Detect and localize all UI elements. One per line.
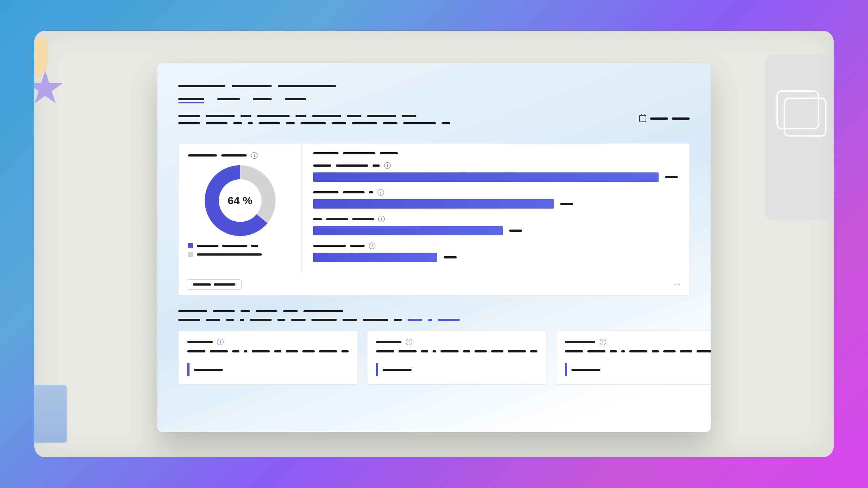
- card-value: [194, 369, 223, 371]
- analytics-window: i 64 %: [157, 63, 711, 432]
- card-title: [565, 341, 595, 343]
- panel-footer: ⋯: [178, 274, 690, 296]
- bar-fill: [313, 172, 659, 182]
- date-text: [672, 117, 690, 120]
- legend-label: [197, 253, 262, 256]
- bar-fill: [313, 253, 437, 262]
- info-icon[interactable]: i: [378, 189, 384, 196]
- side-widget: [765, 54, 834, 221]
- metric-card[interactable]: i: [367, 330, 546, 385]
- donut-title: [221, 154, 247, 157]
- bar-fill: [313, 226, 503, 235]
- tab-bar: [178, 98, 690, 103]
- accent-bar: [565, 363, 567, 376]
- bar-value: [509, 230, 522, 232]
- info-icon[interactable]: i: [378, 216, 385, 222]
- breadcrumb-item[interactable]: [178, 85, 225, 87]
- card-title: [376, 341, 401, 343]
- tab-active-indicator: [178, 102, 204, 103]
- breadcrumb-item[interactable]: [232, 85, 272, 87]
- date-range-picker[interactable]: [639, 115, 690, 122]
- bar-value: [444, 256, 457, 258]
- info-icon[interactable]: i: [406, 339, 412, 345]
- tab-label: [178, 98, 204, 100]
- legend-label: [251, 245, 258, 247]
- metrics-panel: i 64 %: [178, 143, 690, 274]
- tab-label: [285, 98, 306, 100]
- bar-value: [665, 176, 678, 178]
- bar-row: i: [313, 189, 678, 209]
- tab-item[interactable]: [285, 98, 306, 103]
- card-title: [187, 341, 213, 343]
- card-value: [383, 369, 412, 371]
- accent-bar: [376, 363, 378, 376]
- legend-label: [197, 245, 218, 247]
- info-icon[interactable]: i: [600, 339, 606, 345]
- breadcrumb: [178, 85, 690, 87]
- donut-chart: 64 %: [205, 165, 276, 236]
- metric-card[interactable]: i: [556, 330, 711, 385]
- more-options-icon[interactable]: ⋯: [673, 280, 681, 289]
- info-icon[interactable]: i: [251, 152, 258, 159]
- desktop-background: i 64 %: [34, 31, 834, 457]
- donut-section: i 64 %: [179, 144, 302, 274]
- panel-action-button[interactable]: [187, 279, 242, 290]
- legend-swatch-primary: [188, 243, 193, 248]
- inline-link[interactable]: [438, 319, 460, 321]
- calendar-icon: [639, 115, 646, 122]
- secondary-section: i i: [178, 310, 690, 385]
- tab-label: [253, 98, 272, 100]
- section-title: [178, 310, 690, 312]
- bar-row: i: [313, 162, 678, 182]
- box-decoration: [34, 385, 67, 443]
- legend-swatch-remaining: [188, 252, 193, 257]
- card-value: [571, 369, 600, 371]
- legend-label: [222, 245, 247, 247]
- info-icon[interactable]: i: [217, 339, 224, 345]
- inline-link[interactable]: [428, 319, 432, 321]
- bars-title: [313, 152, 339, 154]
- card-row: i i: [178, 330, 690, 385]
- tab-item[interactable]: [217, 98, 240, 103]
- accent-bar: [187, 363, 190, 376]
- donut-title: [188, 154, 217, 157]
- donut-center-value: 64 %: [227, 194, 252, 207]
- breadcrumb-item[interactable]: [278, 85, 336, 87]
- bar-fill: [313, 199, 554, 209]
- inline-link[interactable]: [408, 319, 422, 321]
- section-subtitle: [178, 319, 690, 321]
- info-icon[interactable]: i: [369, 243, 375, 249]
- bars-section: i i: [302, 144, 689, 274]
- bar-row: i: [313, 243, 678, 262]
- bars-title: [380, 152, 398, 154]
- donut-legend: [188, 243, 292, 257]
- tab-item[interactable]: [178, 98, 204, 103]
- date-text: [650, 117, 668, 120]
- bar-value: [560, 203, 573, 205]
- tab-item[interactable]: [253, 98, 272, 103]
- bar-row: i: [313, 216, 678, 235]
- info-icon[interactable]: i: [384, 162, 391, 169]
- section-description: [178, 115, 450, 129]
- metric-card[interactable]: i: [178, 330, 358, 385]
- tab-label: [217, 98, 240, 100]
- bars-title: [343, 152, 375, 154]
